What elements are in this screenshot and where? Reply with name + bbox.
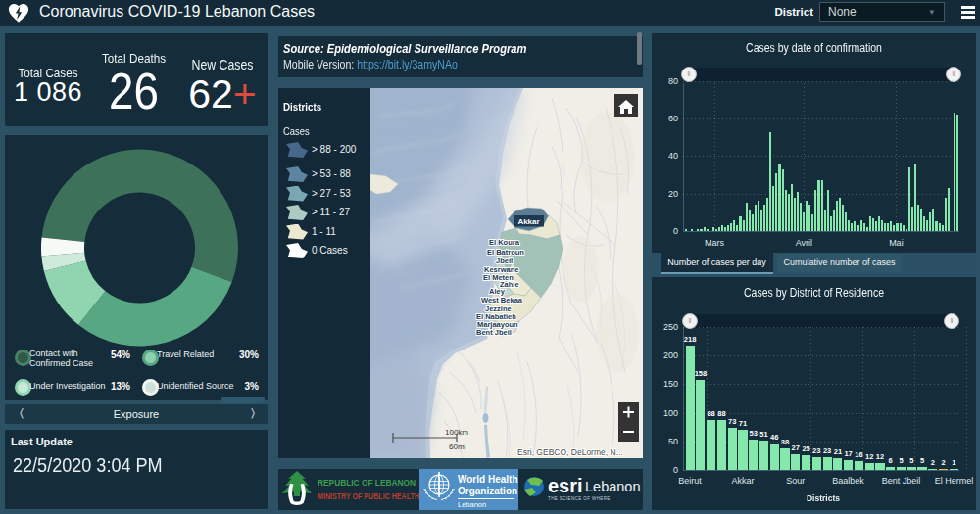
svg-text:100km: 100km [445,428,468,437]
svg-text:World Health: World Health [458,474,517,485]
svg-text:THE SCIENCE OF WHERE: THE SCIENCE OF WHERE [548,496,611,501]
svg-text:Lebanon: Lebanon [585,479,640,494]
svg-text:Lebanon: Lebanon [458,500,486,509]
svg-text:Aley: Aley [489,287,506,296]
svg-text:Bent Jbeil: Bent Jbeil [476,328,512,337]
svg-text:60mi: 60mi [449,443,466,451]
svg-text:esri: esri [548,475,583,496]
svg-text:REPUBLIC OF LEBANON: REPUBLIC OF LEBANON [318,477,416,488]
svg-text:El Batroun: El Batroun [487,248,524,257]
svg-text:El Koura: El Koura [489,238,520,247]
svg-text:West Bekaa: West Bekaa [481,296,523,304]
svg-text:Organization: Organization [458,486,517,496]
svg-text:Jbeil: Jbeil [496,257,513,265]
svg-text:Esri, GEBCO, DeLorme, N...: Esri, GEBCO, DeLorme, N... [517,447,623,457]
svg-text:Akkar: Akkar [517,217,539,226]
svg-text:MINISTRY OF PUBLIC HEALTH: MINISTRY OF PUBLIC HEALTH [318,491,419,501]
